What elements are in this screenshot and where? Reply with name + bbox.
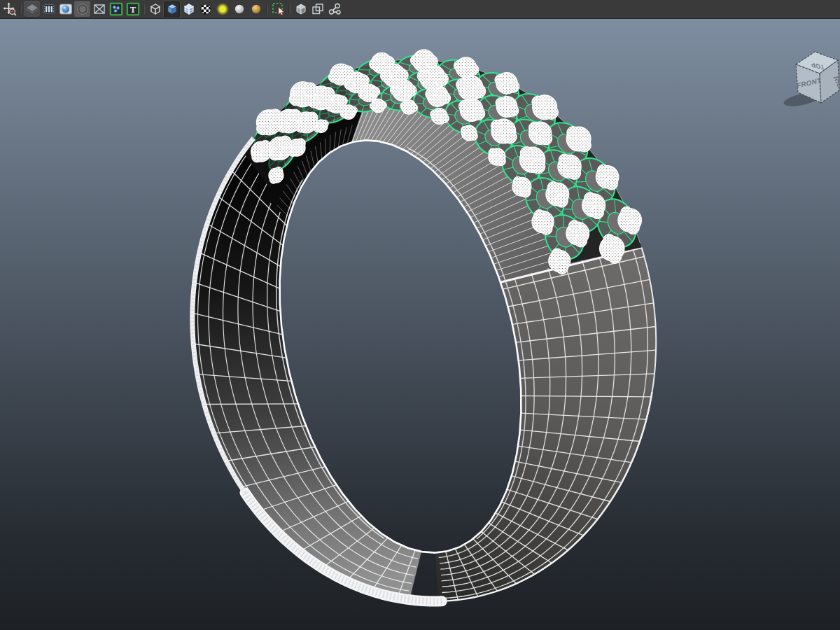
film-gate-icon [42, 2, 56, 16]
textured-sphere-icon [199, 2, 213, 16]
xray-display-button[interactable] [293, 1, 309, 18]
shaded-cube-icon [165, 2, 179, 16]
gate-mask-button[interactable] [74, 1, 90, 18]
all-lights-icon [216, 2, 230, 16]
field-chart-button[interactable] [91, 1, 107, 18]
toolbar-separator [287, 4, 292, 15]
xray-joints-icon [328, 2, 342, 16]
viewport-3d[interactable]: TOP FRONT RIGHT [0, 0, 840, 630]
shadows-sphere-icon [232, 2, 246, 16]
pan-zoom-icon [3, 2, 17, 16]
toolbar-separator [18, 4, 23, 15]
prong [489, 148, 506, 166]
ambient-occlusion-button[interactable] [248, 1, 264, 18]
xray-joints-button[interactable] [326, 1, 342, 18]
safe-title-button[interactable]: T [125, 1, 141, 18]
safe-title-icon: T [126, 2, 140, 16]
application-window: TOP FRONT RIGHT [0, 0, 840, 630]
wireframe-display-button[interactable] [147, 1, 163, 18]
xray-active-components-icon [311, 2, 325, 16]
pan-zoom-tool-button[interactable] [1, 1, 18, 18]
resolution-gate-button[interactable] [57, 1, 74, 18]
viewport-toolbar: T [0, 0, 840, 19]
ambient-occlusion-sphere-icon [249, 2, 263, 16]
all-lights-button[interactable] [214, 1, 230, 18]
safe-action-icon [109, 2, 123, 16]
svg-text:T: T [130, 5, 136, 15]
wireframe-on-shaded-cube-icon [182, 2, 196, 16]
shadows-button[interactable] [231, 1, 247, 18]
shaded-display-button[interactable] [164, 1, 180, 18]
xray-cube-icon [294, 2, 308, 16]
field-chart-icon [92, 2, 106, 16]
safe-action-button[interactable] [108, 1, 124, 18]
toolbar-separator [141, 4, 146, 15]
prong [566, 127, 591, 152]
textured-display-button[interactable] [197, 1, 214, 18]
highlight-selection-button[interactable] [270, 1, 286, 18]
gate-mask-icon [76, 2, 90, 16]
prong [256, 109, 282, 135]
wireframe-on-shaded-button[interactable] [181, 1, 197, 18]
prong [528, 122, 552, 145]
grid-icon [25, 2, 39, 16]
toolbar-separator [265, 4, 270, 15]
resolution-gate-icon [59, 2, 73, 16]
wireframe-cube-icon [148, 2, 162, 16]
grid-button[interactable] [24, 1, 40, 18]
highlight-selection-icon [272, 2, 286, 16]
film-gate-button[interactable] [41, 1, 57, 18]
xray-active-components-button[interactable] [309, 1, 326, 18]
